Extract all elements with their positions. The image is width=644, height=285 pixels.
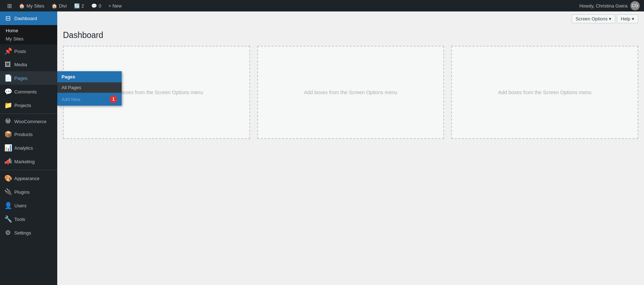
sidebar-settings-label: Settings — [14, 230, 31, 236]
col3-placeholder-text: Add boxes from the Screen Options menu — [498, 90, 591, 95]
sidebar-item-my-sites[interactable]: My Sites — [0, 35, 57, 43]
users-icon: 👤 — [4, 202, 11, 209]
sidebar-marketing-label: Marketing — [14, 159, 35, 164]
submenu-all-pages[interactable]: All Pages — [57, 82, 122, 93]
plugins-icon: 🔌 — [4, 188, 11, 196]
pages-icon: 📄 — [4, 74, 11, 82]
sidebar-item-analytics[interactable]: 📊 Analytics — [0, 141, 57, 155]
tools-icon: 🔧 — [4, 215, 11, 223]
help-chevron-icon: ▾ — [632, 16, 634, 21]
divi-home-icon: 🏠 — [52, 3, 57, 9]
pages-submenu: Pages All Pages Add New 1 — [57, 71, 122, 106]
adminbar-right: Howdy, Christina Gwira CG — [579, 1, 640, 10]
comments-count: 0 — [99, 3, 101, 9]
divi-label: Divi — [59, 3, 67, 9]
sidebar-plugins-label: Plugins — [14, 189, 30, 195]
updates-count: 2 — [82, 3, 84, 9]
new-label: + New — [108, 3, 122, 9]
help-button[interactable]: Help ▾ — [617, 14, 638, 23]
help-label: Help — [621, 16, 630, 21]
main-content: Screen Options ▾ Help ▾ Dashboard Add bo… — [57, 11, 644, 285]
adminbar-comments[interactable]: 💬 0 — [88, 0, 104, 11]
adminbar-my-sites[interactable]: 🏠 My Sites — [16, 0, 47, 11]
comments-menu-icon: 💬 — [4, 88, 11, 96]
sidebar-item-plugins[interactable]: 🔌 Plugins — [0, 185, 57, 199]
pages-submenu-title: Pages — [57, 71, 122, 82]
marketing-icon: 📣 — [4, 158, 11, 165]
submenu-badge: 1 — [109, 95, 117, 103]
sidebar-posts-label: Posts — [14, 49, 26, 54]
sidebar-item-comments[interactable]: 💬 Comments — [0, 85, 57, 98]
adminbar-new[interactable]: + New — [106, 0, 125, 11]
sidebar-item-woocommerce[interactable]: Ⓦ WooCommerce — [0, 115, 57, 127]
wp-logo-icon: ⊞ — [7, 3, 12, 9]
dashboard-col-3: Add boxes from the Screen Options menu — [451, 46, 638, 139]
my-sites-icon: 🏠 — [19, 3, 25, 9]
woocommerce-icon: Ⓦ — [4, 118, 11, 125]
screen-options-label: Screen Options — [576, 16, 608, 21]
settings-icon: ⚙ — [4, 229, 11, 237]
sidebar-users-label: Users — [14, 203, 26, 208]
content-wrap: Dashboard Add boxes from the Screen Opti… — [57, 26, 644, 145]
sidebar-tools-label: Tools — [14, 217, 25, 222]
admin-bar: ⊞ 🏠 My Sites 🏠 Divi 🔄 2 💬 0 + New Howdy,… — [0, 0, 644, 11]
sidebar-item-posts[interactable]: 📌 Posts — [0, 44, 57, 58]
sidebar-dashboard-label: Dashboard — [14, 16, 37, 21]
sidebar-appearance-label: Appearance — [14, 176, 39, 181]
sidebar-item-pages[interactable]: 📄 Pages Pages All Pages Add New 1 — [0, 71, 57, 85]
posts-icon: 📌 — [4, 47, 11, 55]
comments-icon: 💬 — [91, 3, 97, 9]
avatar: CG — [630, 1, 640, 10]
sidebar-item-marketing[interactable]: 📣 Marketing — [0, 155, 57, 168]
sidebar-item-tools[interactable]: 🔧 Tools — [0, 212, 57, 226]
sidebar-item-appearance[interactable]: 🎨 Appearance — [0, 172, 57, 185]
col2-placeholder-text: Add boxes from the Screen Options menu — [304, 90, 397, 95]
adminbar-divi[interactable]: 🏠 Divi — [49, 0, 70, 11]
sidebar-woocommerce-label: WooCommerce — [14, 119, 47, 124]
sidebar-projects-label: Projects — [14, 103, 31, 108]
sidebar-products-label: Products — [14, 132, 33, 137]
sidebar-item-home[interactable]: Home — [0, 26, 57, 35]
sidebar-item-dashboard[interactable]: ⊟ Dashboard — [0, 11, 57, 25]
dashboard-col-2: Add boxes from the Screen Options menu — [257, 46, 444, 139]
sidebar-item-projects[interactable]: 📁 Projects — [0, 98, 57, 112]
menu-separator-2 — [0, 170, 57, 170]
sidebar: ⊟ Dashboard Home My Sites 📌 Posts 🖼 Medi… — [0, 11, 57, 285]
dashboard-icon: ⊟ — [4, 14, 11, 22]
screen-options-chevron-icon: ▾ — [609, 16, 611, 21]
my-sites-label: My Sites — [26, 3, 44, 9]
dashboard-home-section: Home My Sites — [0, 25, 57, 44]
add-new-label: Add New — [62, 97, 80, 102]
page-title: Dashboard — [63, 30, 638, 40]
adminbar-updates[interactable]: 🔄 2 — [71, 0, 87, 11]
submenu-add-new[interactable]: Add New 1 — [57, 93, 122, 106]
sidebar-item-settings[interactable]: ⚙ Settings — [0, 226, 57, 240]
dashboard-columns: Add boxes from the Screen Options menu A… — [63, 46, 638, 139]
sidebar-pages-label: Pages — [14, 76, 28, 81]
analytics-icon: 📊 — [4, 144, 11, 152]
appearance-icon: 🎨 — [4, 174, 11, 182]
sidebar-item-products[interactable]: 📦 Products — [0, 127, 57, 141]
projects-icon: 📁 — [4, 101, 11, 109]
sidebar-analytics-label: Analytics — [14, 145, 33, 151]
media-icon: 🖼 — [4, 61, 11, 68]
adminbar-user-info[interactable]: Howdy, Christina Gwira CG — [579, 1, 640, 10]
sidebar-item-media[interactable]: 🖼 Media — [0, 58, 57, 71]
adminbar-left: ⊞ 🏠 My Sites 🏠 Divi 🔄 2 💬 0 + New — [4, 0, 579, 11]
adminbar-wp-logo[interactable]: ⊞ — [4, 0, 15, 11]
products-icon: 📦 — [4, 130, 11, 138]
screen-options-button[interactable]: Screen Options ▾ — [572, 14, 616, 23]
admin-menu: 📌 Posts 🖼 Media 📄 Pages Pages — [0, 44, 57, 240]
menu-separator-1 — [0, 113, 57, 114]
wp-wrapper: ⊟ Dashboard Home My Sites 📌 Posts 🖼 Medi… — [0, 0, 644, 285]
sidebar-media-label: Media — [14, 62, 27, 67]
updates-icon: 🔄 — [74, 3, 80, 9]
col1-placeholder-text: Add boxes from the Screen Options menu — [110, 90, 203, 95]
all-pages-label: All Pages — [62, 85, 81, 90]
sidebar-comments-label: Comments — [14, 89, 37, 95]
header-toolbar: Screen Options ▾ Help ▾ — [57, 11, 644, 26]
howdy-text: Howdy, Christina Gwira — [579, 3, 628, 9]
sidebar-item-users[interactable]: 👤 Users — [0, 199, 57, 212]
